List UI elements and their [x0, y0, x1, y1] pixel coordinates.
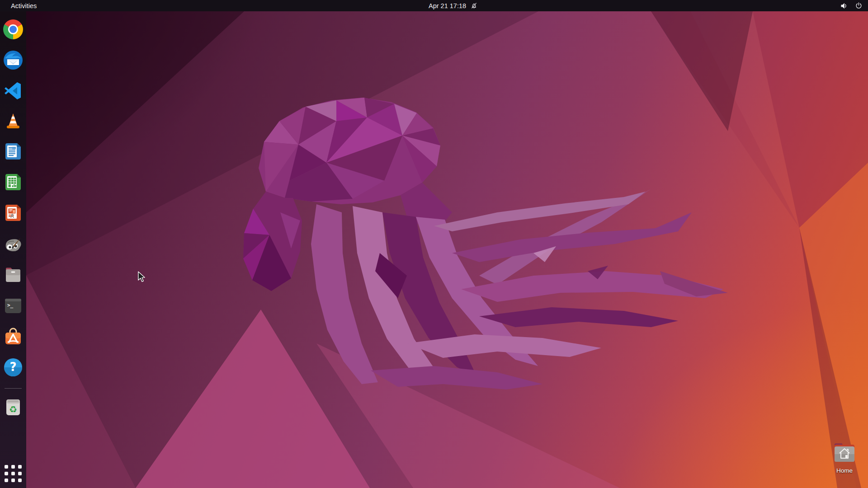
show-applications-button[interactable] [2, 463, 24, 484]
home-folder-icon [833, 441, 856, 465]
libreoffice-calc-icon [2, 172, 24, 194]
files-icon [2, 264, 24, 286]
dock-item-trash[interactable]: ♻ [2, 396, 24, 418]
dock-item-writer[interactable] [2, 141, 24, 163]
dock-separator [5, 388, 22, 389]
volume-icon [840, 2, 848, 10]
clock-button[interactable]: Apr 21 17:18 [429, 0, 478, 11]
dock-item-terminal[interactable]: >_ [2, 295, 24, 317]
svg-text:?: ? [9, 360, 16, 374]
vscode-icon [2, 80, 24, 102]
gimp-icon [2, 234, 24, 255]
dock-item-vscode[interactable] [2, 80, 24, 102]
svg-text:>_: >_ [7, 302, 14, 308]
thunderbird-icon [2, 49, 24, 71]
trash-icon: ♻ [2, 396, 24, 418]
help-icon: ? [2, 357, 24, 378]
top-bar: Activities Apr 21 17:18 [0, 0, 868, 11]
mouse-cursor [137, 271, 146, 283]
dock-item-gimp[interactable] [2, 234, 24, 255]
svg-text:♻: ♻ [9, 404, 17, 415]
libreoffice-impress-icon [2, 203, 24, 225]
terminal-icon: >_ [2, 295, 24, 317]
ubuntu-software-icon [2, 326, 24, 347]
power-icon [855, 2, 863, 9]
dock-item-help[interactable]: ? [2, 357, 24, 378]
ubuntu-desktop: Activities Apr 21 17:18 [0, 0, 868, 488]
dock-item-thunderbird[interactable] [2, 49, 24, 71]
dock: >_ ? ♻ [0, 11, 26, 488]
wallpaper [0, 0, 868, 488]
dock-item-files[interactable] [2, 264, 24, 286]
chrome-icon [3, 19, 23, 39]
dock-item-chrome[interactable] [2, 19, 24, 40]
dock-item-calc[interactable] [2, 172, 24, 194]
system-status-area[interactable] [840, 0, 863, 11]
home-icon-label: Home [826, 467, 863, 474]
vlc-icon [2, 111, 24, 132]
dock-item-software[interactable] [2, 326, 24, 347]
do-not-disturb-icon [470, 2, 478, 9]
clock-label: Apr 21 17:18 [429, 2, 466, 9]
desktop-icon-home[interactable]: Home [826, 441, 863, 474]
jellyfish [243, 98, 728, 389]
wallpaper-jellyfish-art [0, 0, 868, 488]
libreoffice-writer-icon [2, 141, 24, 163]
dock-item-impress[interactable] [2, 203, 24, 225]
dock-item-vlc[interactable] [2, 111, 24, 132]
activities-button[interactable]: Activities [8, 0, 39, 11]
